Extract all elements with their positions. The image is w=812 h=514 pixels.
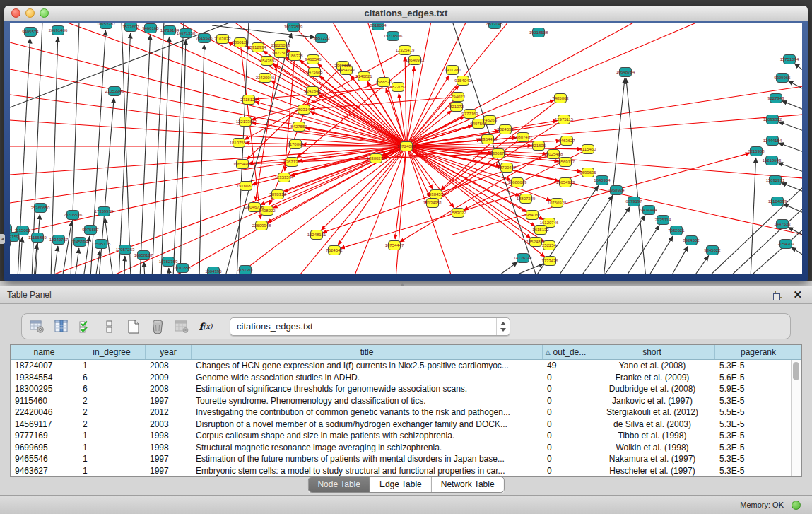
close-panel-icon[interactable]: ✕ bbox=[793, 288, 802, 301]
graph-node-label: 3824554 bbox=[497, 127, 514, 132]
graph-edge bbox=[495, 262, 518, 274]
graph-node-label: 9984067 bbox=[524, 213, 541, 217]
graph-node-label: 8813054 bbox=[370, 23, 387, 28]
graph-node-label: 8860128 bbox=[232, 40, 249, 45]
table-row[interactable]: 1830029562008Estimation of significance … bbox=[11, 383, 801, 395]
table-row[interactable]: 911546021997Tourette syndrome. Phenomeno… bbox=[11, 395, 801, 407]
graph-node-label: 8822057 bbox=[389, 85, 406, 89]
column-header-name[interactable]: name bbox=[11, 345, 78, 359]
graph-edge bbox=[237, 23, 249, 274]
graph-node-label: 9329966 bbox=[774, 76, 791, 80]
table-cell: 1 bbox=[78, 431, 146, 440]
graph-edge bbox=[625, 226, 659, 274]
table-cell: de Silva et al. (2003) bbox=[589, 419, 715, 429]
column-chooser-icon[interactable] bbox=[52, 317, 71, 337]
graph-node-label: 23226058 bbox=[271, 43, 290, 47]
table-cell: 18300295 bbox=[11, 384, 78, 394]
table-row[interactable]: 1872400712008Changes of HCN gene express… bbox=[11, 360, 801, 372]
memory-status-label: Memory: OK bbox=[740, 496, 784, 514]
delete-table-icon[interactable] bbox=[148, 317, 167, 337]
dropdown-stepper-icon bbox=[496, 318, 510, 335]
tab-edge-table[interactable]: Edge Table bbox=[370, 477, 432, 492]
graph-node-label: 16782759 bbox=[159, 259, 178, 264]
table-row[interactable]: 946362711997Embryonic stem cells: a mode… bbox=[11, 465, 801, 477]
hide-panel-arrow[interactable]: ◂ bbox=[0, 234, 5, 244]
node-table: namein_degreeyeartitle△out_de...shortpag… bbox=[10, 344, 802, 477]
table-cell: 0 bbox=[543, 373, 589, 382]
table-cell: 1 bbox=[78, 466, 146, 476]
table-cell: 1997 bbox=[146, 466, 192, 476]
table-panel-header: Table Panel ✕ bbox=[0, 286, 812, 304]
graph-edge bbox=[748, 229, 802, 274]
graph-edge bbox=[778, 143, 802, 152]
table-row[interactable]: 1938455462009Genome-wide association stu… bbox=[11, 372, 801, 384]
graph-edge bbox=[10, 69, 406, 146]
graph-edge bbox=[35, 214, 40, 274]
graph-node-label: 19654983 bbox=[233, 162, 252, 166]
table-row[interactable]: 946554611997Estimation of the future num… bbox=[11, 453, 801, 465]
graph-edge bbox=[199, 45, 204, 274]
column-header-in-degree[interactable]: in_degree bbox=[78, 345, 146, 359]
select-all-icon[interactable] bbox=[76, 317, 95, 337]
graph-node-label: 2161311 bbox=[237, 268, 254, 272]
table-cell: 1 bbox=[78, 361, 146, 370]
table-cell: Dudbridge et al. (2008) bbox=[589, 384, 715, 394]
column-header-year[interactable]: year bbox=[146, 345, 192, 359]
table-cell: Jankovic et al. (1997) bbox=[589, 396, 715, 406]
scrollbar-thumb[interactable] bbox=[793, 362, 799, 380]
clear-selection-icon[interactable] bbox=[100, 317, 119, 337]
table-cell: Corpus callosum shape and size in male p… bbox=[192, 431, 543, 440]
column-header-pagerank[interactable]: pagerank bbox=[715, 345, 801, 359]
new-table-icon[interactable] bbox=[124, 317, 143, 337]
network-canvas[interactable]: 9405574206914061065328715276029466160107… bbox=[10, 23, 802, 274]
table-cell: 5.3E-5 bbox=[715, 431, 801, 440]
graph-edge bbox=[406, 66, 414, 146]
graph-node-label: 20691406 bbox=[49, 28, 68, 33]
graph-edge bbox=[71, 23, 79, 274]
table-cell: Nakamura et al. (1997) bbox=[589, 454, 715, 464]
table-cell: 19384554 bbox=[11, 373, 78, 382]
table-settings-icon[interactable] bbox=[28, 317, 47, 337]
graph-node-label: 16754447 bbox=[385, 243, 404, 247]
table-cell: 14569117 bbox=[11, 419, 78, 429]
table-row[interactable]: 969969511998Structural magnetic resonanc… bbox=[11, 442, 801, 454]
tab-node-table[interactable]: Node Table bbox=[308, 477, 370, 492]
graph-node-label: 2803144 bbox=[295, 107, 312, 112]
graph-node-label: 18720407 bbox=[498, 165, 517, 170]
network-selector-dropdown[interactable]: citations_edges.txt bbox=[230, 317, 510, 336]
graph-node[interactable] bbox=[10, 238, 11, 247]
table-cell: Franke et al. (2009) bbox=[589, 373, 715, 382]
table-cell: 6 bbox=[78, 373, 146, 382]
graph-node-label: 12104099 bbox=[768, 199, 787, 204]
column-header-out-de-[interactable]: △out_de... bbox=[543, 345, 589, 359]
table-scrollbar[interactable] bbox=[791, 360, 801, 476]
table-cell: 9463627 bbox=[11, 466, 78, 476]
graph-edge bbox=[124, 256, 125, 274]
graph-node-label: 19654923 bbox=[556, 180, 575, 185]
float-panel-icon[interactable] bbox=[773, 291, 782, 300]
graph-node-label: 8912934 bbox=[249, 45, 266, 49]
table-cell: 2008 bbox=[146, 384, 192, 394]
delete-column-icon[interactable] bbox=[172, 317, 192, 337]
window-titlebar[interactable]: citations_edges.txt bbox=[4, 6, 808, 22]
graph-node-label: 11156869 bbox=[28, 235, 47, 240]
table-row[interactable]: 2242004622012Investigating the contribut… bbox=[11, 407, 801, 419]
table-cell: 9699695 bbox=[11, 443, 78, 452]
column-header-short[interactable]: short bbox=[589, 345, 715, 359]
graph-node-label: 252254 bbox=[542, 243, 557, 247]
selected-network-name: citations_edges.txt bbox=[237, 318, 313, 334]
column-header-title[interactable]: title bbox=[192, 345, 543, 359]
graph-node-label: 8186328 bbox=[286, 54, 303, 58]
memory-status-dot[interactable] bbox=[792, 501, 801, 510]
graph-node-label: 12975115 bbox=[555, 117, 574, 122]
graph-node-label: 7163822 bbox=[214, 37, 231, 41]
table-cell: 2012 bbox=[146, 407, 192, 417]
graph-node-label: 821605 bbox=[531, 144, 546, 148]
graph-node-label: 20364456 bbox=[478, 137, 498, 141]
table-row[interactable]: 977716911998Corpus callosum shape and si… bbox=[11, 430, 801, 442]
tab-network-table[interactable]: Network Table bbox=[432, 477, 504, 492]
graph-edge bbox=[225, 33, 292, 274]
table-row[interactable]: 1456911722003Disruption of a novel membe… bbox=[11, 419, 801, 431]
graph-edge bbox=[406, 146, 433, 189]
function-builder-icon[interactable]: f(x) bbox=[196, 317, 216, 337]
